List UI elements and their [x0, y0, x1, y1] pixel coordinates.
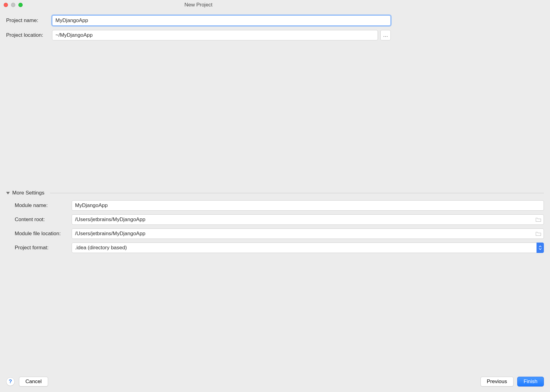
- minimize-icon[interactable]: [11, 3, 15, 7]
- content-area: Project name: Project location: …: [0, 10, 397, 40]
- window-title: New Project: [0, 2, 397, 8]
- project-name-label: Project name:: [6, 17, 52, 24]
- maximize-icon[interactable]: [18, 3, 23, 7]
- divider: [50, 193, 397, 193]
- project-location-input[interactable]: [52, 30, 378, 40]
- content-root-input[interactable]: [72, 214, 397, 225]
- module-file-location-row: Module file location:: [15, 228, 397, 239]
- content-root-row: Content root:: [15, 214, 397, 225]
- window-controls: [0, 3, 23, 7]
- module-file-location-input[interactable]: [72, 228, 397, 239]
- titlebar: New Project: [0, 0, 397, 10]
- project-format-label: Project format:: [15, 245, 72, 251]
- project-location-row: Project location: …: [6, 30, 391, 40]
- project-format-select[interactable]: .idea (directory based): [72, 243, 397, 253]
- module-name-label: Module name:: [15, 202, 72, 209]
- close-icon[interactable]: [4, 3, 8, 7]
- content-root-label: Content root:: [15, 217, 72, 223]
- more-settings-section: More Settings Module name: Content root:…: [6, 190, 397, 257]
- project-name-input[interactable]: [52, 15, 391, 26]
- more-settings-body: Module name: Content root: Module file l…: [6, 196, 397, 253]
- module-file-location-label: Module file location:: [15, 231, 72, 237]
- more-settings-header[interactable]: More Settings: [6, 190, 397, 196]
- disclosure-down-icon: [6, 191, 10, 195]
- project-name-row: Project name:: [6, 15, 391, 26]
- project-format-row: Project format: .idea (directory based): [15, 243, 397, 253]
- browse-location-button[interactable]: …: [380, 30, 391, 40]
- project-location-label: Project location:: [6, 32, 52, 38]
- more-settings-label: More Settings: [12, 190, 44, 196]
- module-name-row: Module name:: [15, 200, 397, 211]
- project-format-value: .idea (directory based): [72, 243, 397, 253]
- module-name-input[interactable]: [72, 200, 397, 211]
